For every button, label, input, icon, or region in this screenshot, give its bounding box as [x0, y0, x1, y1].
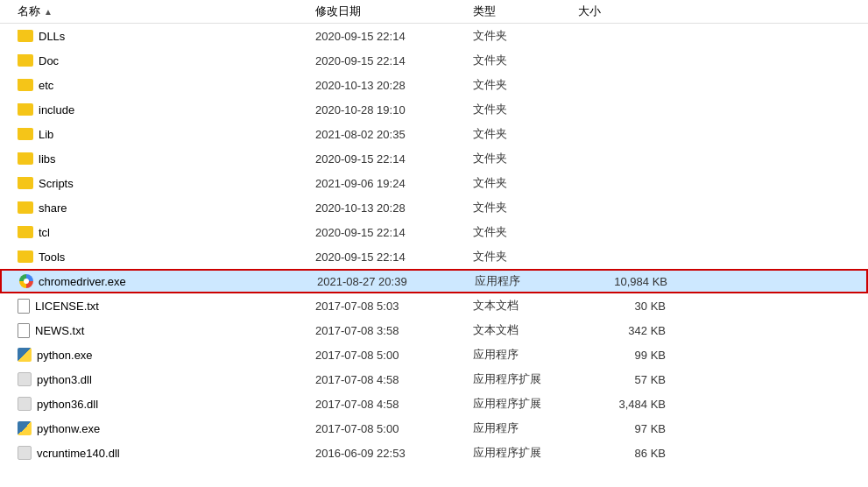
file-date-cell: 2016-06-09 22:53	[315, 447, 473, 460]
col-name-label: 名称	[18, 4, 40, 19]
file-name-cell: pythonw.exe	[18, 421, 315, 435]
table-row[interactable]: Tools 2020-09-15 22:14 文件夹	[0, 244, 868, 269]
table-row[interactable]: DLLs 2020-09-15 22:14 文件夹	[0, 24, 868, 48]
table-row[interactable]: etc 2020-10-13 20:28 文件夹	[0, 73, 868, 97]
file-name-cell: python.exe	[18, 348, 315, 362]
file-name-cell: NEWS.txt	[18, 323, 315, 338]
file-name-cell: python3.dll	[18, 372, 315, 386]
table-row[interactable]: pythonw.exe 2017-07-08 5:00 应用程序 97 KB	[0, 416, 868, 441]
table-row[interactable]: chromedriver.exe 2021-08-27 20:39 应用程序 1…	[0, 269, 868, 293]
file-type-cell: 文件夹	[473, 224, 578, 240]
file-list[interactable]: DLLs 2020-09-15 22:14 文件夹 Doc 2020-09-15…	[0, 24, 868, 487]
file-size-cell: 99 KB	[578, 349, 674, 362]
file-size-cell: 342 KB	[578, 324, 674, 337]
dll-icon	[18, 397, 32, 411]
table-row[interactable]: LICENSE.txt 2017-07-08 5:03 文本文档 30 KB	[0, 293, 868, 318]
file-name-cell: share	[18, 201, 315, 215]
table-row[interactable]: python3.dll 2017-07-08 4:58 应用程序扩展 57 KB	[0, 367, 868, 392]
file-size-cell: 30 KB	[578, 300, 674, 313]
python-icon	[18, 421, 32, 435]
table-row[interactable]: python.exe 2017-07-08 5:00 应用程序 99 KB	[0, 342, 868, 367]
file-name-label: tcl	[39, 226, 50, 239]
file-name-label: Tools	[39, 251, 65, 264]
file-name-label: chromedriver.exe	[39, 275, 126, 288]
file-name-cell: Scripts	[18, 177, 315, 190]
table-row[interactable]: Lib 2021-08-02 20:35 文件夹	[0, 122, 868, 146]
file-type-cell: 文件夹	[473, 151, 578, 166]
file-date-cell: 2021-08-27 20:39	[317, 275, 475, 288]
col-header-date[interactable]: 修改日期	[315, 4, 473, 19]
file-name-label: etc	[39, 79, 53, 92]
file-name-cell: tcl	[18, 226, 315, 239]
file-name-label: Doc	[39, 54, 59, 67]
python-icon	[18, 348, 32, 362]
file-date-cell: 2017-07-08 4:58	[315, 373, 473, 386]
dll-icon	[18, 372, 32, 386]
file-date-cell: 2020-10-13 20:28	[315, 79, 473, 92]
chromedriver-icon	[19, 274, 33, 288]
table-row[interactable]: tcl 2020-09-15 22:14 文件夹	[0, 220, 868, 244]
file-date-cell: 2021-09-06 19:24	[315, 177, 473, 190]
folder-icon	[18, 152, 33, 165]
file-date-cell: 2020-10-28 19:10	[315, 103, 473, 116]
table-row[interactable]: Doc 2020-09-15 22:14 文件夹	[0, 48, 868, 73]
file-type-cell: 文件夹	[473, 200, 578, 215]
folder-icon	[18, 103, 33, 116]
txt-icon	[18, 299, 30, 314]
file-name-cell: libs	[18, 152, 315, 166]
txt-icon	[18, 323, 30, 338]
folder-icon	[18, 177, 33, 189]
file-date-cell: 2020-09-15 22:14	[315, 152, 473, 166]
file-name-label: pythonw.exe	[37, 422, 100, 435]
file-type-cell: 文件夹	[473, 77, 578, 93]
file-name-label: Lib	[39, 128, 53, 141]
dll-icon	[18, 446, 32, 460]
file-size-cell: 3,484 KB	[578, 398, 674, 411]
file-name-cell: Doc	[18, 54, 315, 67]
table-row[interactable]: Scripts 2021-09-06 19:24 文件夹	[0, 171, 868, 195]
folder-icon	[18, 251, 33, 263]
file-type-cell: 文本文档	[473, 298, 578, 314]
file-name-label: python36.dll	[37, 398, 98, 411]
file-type-cell: 应用程序	[473, 347, 578, 363]
table-row[interactable]: vcruntime140.dll 2016-06-09 22:53 应用程序扩展…	[0, 441, 868, 465]
file-type-cell: 应用程序	[473, 420, 578, 436]
col-header-name[interactable]: 名称 ▲	[18, 4, 315, 19]
folder-icon	[18, 128, 33, 140]
file-size-cell: 97 KB	[578, 422, 674, 435]
file-name-cell: Lib	[18, 128, 315, 141]
file-name-cell: vcruntime140.dll	[18, 446, 315, 460]
file-type-cell: 应用程序扩展	[473, 445, 578, 461]
file-date-cell: 2020-09-15 22:14	[315, 54, 473, 67]
file-type-cell: 应用程序扩展	[473, 371, 578, 387]
file-name-label: NEWS.txt	[35, 324, 84, 337]
file-name-cell: DLLs	[18, 30, 315, 43]
file-date-cell: 2020-09-15 22:14	[315, 30, 473, 43]
table-row[interactable]: libs 2020-09-15 22:14 文件夹	[0, 146, 868, 171]
file-name-label: Scripts	[39, 177, 74, 190]
file-name-label: share	[39, 201, 67, 215]
file-type-cell: 文本文档	[473, 322, 578, 338]
file-name-label: DLLs	[39, 30, 65, 43]
file-type-cell: 文件夹	[473, 175, 578, 191]
file-type-cell: 文件夹	[473, 28, 578, 44]
folder-icon	[18, 54, 33, 67]
col-header-size[interactable]: 大小	[578, 4, 674, 19]
col-header-type[interactable]: 类型	[473, 4, 578, 19]
file-name-cell: Tools	[18, 251, 315, 264]
file-date-cell: 2021-08-02 20:35	[315, 128, 473, 141]
file-type-cell: 应用程序	[475, 273, 580, 289]
table-row[interactable]: NEWS.txt 2017-07-08 3:58 文本文档 342 KB	[0, 318, 868, 342]
file-name-label: vcruntime140.dll	[37, 447, 120, 460]
table-row[interactable]: include 2020-10-28 19:10 文件夹	[0, 97, 868, 122]
file-date-cell: 2017-07-08 5:00	[315, 422, 473, 435]
table-row[interactable]: share 2020-10-13 20:28 文件夹	[0, 195, 868, 220]
file-date-cell: 2017-07-08 4:58	[315, 398, 473, 411]
file-type-cell: 文件夹	[473, 126, 578, 142]
file-name-cell: include	[18, 103, 315, 116]
file-date-cell: 2020-10-13 20:28	[315, 201, 473, 215]
folder-icon	[18, 201, 33, 214]
file-name-cell: etc	[18, 79, 315, 92]
file-name-cell: chromedriver.exe	[19, 274, 317, 288]
table-row[interactable]: python36.dll 2017-07-08 4:58 应用程序扩展 3,48…	[0, 392, 868, 416]
